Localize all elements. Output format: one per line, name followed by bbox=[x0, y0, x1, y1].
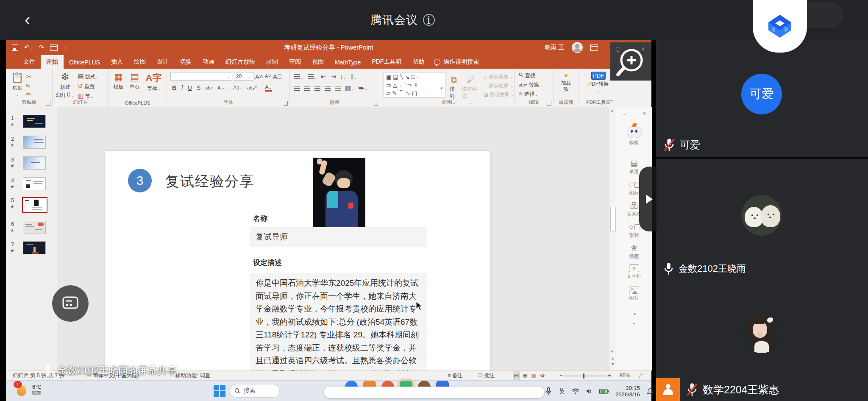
tab-record[interactable]: 录制 bbox=[261, 55, 284, 69]
slide-scrollbar[interactable]: ▴ ▾ ⯅ ⯆ bbox=[609, 107, 616, 370]
zoom-slider[interactable] bbox=[564, 376, 606, 376]
panel-item-picture[interactable]: 图片 bbox=[616, 287, 652, 301]
font-name-combo[interactable]: ⌄ bbox=[170, 72, 232, 81]
app-logo-tab[interactable] bbox=[753, 0, 807, 53]
shape-fill-button[interactable]: ◇形状填充⌄ bbox=[484, 74, 514, 80]
zoom-percent[interactable]: 85% bbox=[620, 371, 630, 381]
notes-button[interactable]: ≡ 备注 bbox=[448, 371, 463, 381]
ribbon-display-options-icon[interactable] bbox=[590, 45, 598, 51]
description-field[interactable]: 你是中国石油大学华东2025年应用统计的复试面试导师，你正在面一个学生，她来自济… bbox=[250, 273, 427, 370]
taskbar-search[interactable]: 搜索 bbox=[230, 384, 280, 398]
paste-button[interactable]: 📋 粘贴⌄ bbox=[11, 69, 24, 98]
template-button[interactable]: ▦ 模板 bbox=[114, 69, 124, 92]
fit-to-window-icon[interactable]: ⤢ bbox=[638, 371, 643, 381]
scroll-up-icon[interactable]: ▴ bbox=[611, 108, 613, 112]
replace-button[interactable]: ab⇄ 替换 ⌄ bbox=[519, 81, 553, 89]
format-painter-icon[interactable]: ✏ bbox=[26, 91, 32, 98]
speaker-icon[interactable] bbox=[586, 388, 593, 394]
name-field[interactable]: 复试导师 bbox=[250, 227, 427, 247]
decrease-indent-icon[interactable]: ⇤ bbox=[321, 73, 326, 81]
slideshow-view-icon[interactable]: ⯐ bbox=[539, 371, 546, 381]
addins-button[interactable]: ● 加载项 bbox=[554, 69, 579, 92]
slide-canvas[interactable]: 3 复试经验分享 名称 复试导师 设定描述 你 bbox=[105, 151, 490, 370]
qat-more-icon[interactable]: ⋮ bbox=[64, 45, 68, 50]
shape-outline-button[interactable]: ▱形状轮廓⌄ bbox=[484, 83, 514, 89]
tab-transitions[interactable]: 切换 bbox=[174, 55, 197, 69]
font-pack-button[interactable]: A字 字体⌄ bbox=[146, 69, 162, 92]
clock[interactable]: 20:15 2026/3/16 bbox=[615, 385, 640, 398]
shape-effects-button[interactable]: ◪形状效果⌄ bbox=[484, 92, 514, 98]
reading-view-icon[interactable]: ▥ bbox=[530, 371, 537, 381]
tab-pdf-tools[interactable]: PDF工具箱 bbox=[366, 55, 407, 69]
panel-close-icon[interactable]: ✕ bbox=[642, 110, 647, 117]
minimize-button[interactable]: – bbox=[606, 44, 609, 51]
slide-thumb-2[interactable] bbox=[23, 136, 46, 149]
comments-button[interactable]: 🗨 批注 bbox=[477, 371, 495, 381]
tab-slideshow[interactable]: 幻灯片放映 bbox=[220, 55, 261, 69]
slide-thumb-3[interactable] bbox=[23, 156, 46, 170]
tab-home[interactable]: 开始 bbox=[41, 55, 64, 69]
meeting-share-toolbar-pill[interactable] bbox=[324, 387, 544, 398]
single-page-button[interactable]: ▤ 单页 bbox=[130, 69, 140, 92]
copy-icon[interactable]: ⧉ bbox=[26, 83, 32, 89]
next-slide-icon[interactable]: ⯆ bbox=[611, 362, 614, 367]
slide-thumb-7[interactable] bbox=[23, 241, 46, 254]
tab-draw[interactable]: 绘图 bbox=[128, 55, 151, 69]
panel-scroll-down-icon[interactable]: ⌄ bbox=[616, 320, 652, 326]
tab-review[interactable]: 审阅 bbox=[284, 55, 306, 69]
cut-icon[interactable]: ✂ bbox=[26, 73, 32, 81]
align-left-icon[interactable] bbox=[294, 86, 300, 91]
redo-icon[interactable]: ↷ bbox=[39, 44, 44, 51]
accessibility-status[interactable]: 辅助功能: 调查 bbox=[175, 371, 210, 381]
wifi-icon[interactable] bbox=[572, 388, 579, 394]
normal-view-icon[interactable]: ▤ bbox=[513, 371, 520, 381]
account-avatar[interactable] bbox=[572, 42, 583, 53]
slide-sorter-icon[interactable]: ▦ bbox=[521, 371, 529, 381]
panel-item-chart[interactable]: ◔ bbox=[616, 309, 652, 320]
reset-button[interactable]: ↺ 重置 bbox=[78, 82, 99, 90]
distribute-icon[interactable] bbox=[335, 86, 341, 91]
tab-officeplus[interactable]: OfficePLUS bbox=[64, 56, 106, 69]
magnifier-zoom-icon[interactable] bbox=[614, 46, 647, 79]
participant-tile-keai[interactable]: 可爱 可爱 bbox=[656, 40, 868, 157]
sidebar-collapse-handle[interactable] bbox=[639, 167, 657, 231]
save-icon[interactable] bbox=[12, 45, 18, 51]
font-color-button[interactable]: A⌄ bbox=[265, 84, 272, 92]
zoom-out-icon[interactable]: − bbox=[559, 373, 562, 379]
start-button[interactable] bbox=[214, 385, 225, 397]
weather-widget[interactable]: 1 6°C 晴朗 bbox=[15, 383, 42, 397]
numbering-icon[interactable]: ⌄ bbox=[308, 73, 317, 81]
line-spacing-icon[interactable]: ↕⌄ bbox=[340, 73, 346, 81]
char-spacing-button[interactable]: A↔⌄ bbox=[217, 85, 228, 90]
underline-button[interactable]: U bbox=[188, 84, 192, 91]
panel-item-illustration[interactable]: ❀插画 bbox=[616, 243, 652, 260]
convert-smartart-icon[interactable]: ⮩⌄ bbox=[359, 84, 368, 92]
shapes-gallery[interactable]: ▣▤╲↘□○ ▭△⌟⌝⇨⇩ ▱✎⌒∿{} bbox=[384, 72, 438, 97]
find-button[interactable]: 查找 bbox=[519, 72, 553, 79]
increase-indent-icon[interactable]: ⇥ bbox=[331, 73, 336, 81]
grow-font-icon[interactable]: A˄ bbox=[255, 73, 263, 80]
justify-icon[interactable] bbox=[325, 86, 331, 91]
account-name[interactable]: 晓雨 王 bbox=[545, 44, 564, 51]
meeting-toolbar-button[interactable] bbox=[52, 285, 89, 322]
tell-me-search[interactable]: 操作说明搜索 bbox=[430, 55, 483, 69]
layout-button[interactable]: ▤ 版式⌄ bbox=[78, 72, 99, 81]
strikethrough-button[interactable]: S bbox=[197, 84, 200, 91]
new-slide-button[interactable]: ❇ 新建 幻灯片⌄ bbox=[56, 69, 75, 100]
ime-indicator[interactable]: 英 bbox=[559, 387, 565, 395]
notification-bell-icon[interactable] bbox=[647, 388, 654, 395]
bold-button[interactable]: B bbox=[172, 84, 176, 91]
paragraph-dialog-launcher[interactable] bbox=[374, 101, 378, 106]
tab-mathtype[interactable]: MathType bbox=[329, 56, 366, 69]
info-icon[interactable]: i bbox=[423, 14, 435, 26]
italic-button[interactable]: I bbox=[181, 84, 183, 91]
change-case-button[interactable]: Aa⌄ bbox=[233, 85, 242, 91]
tab-insert[interactable]: 插入 bbox=[106, 55, 128, 69]
tab-file[interactable]: 文件 bbox=[18, 55, 41, 69]
zoom-in-icon[interactable]: + bbox=[608, 373, 611, 379]
slide-thumb-6[interactable] bbox=[23, 221, 46, 234]
slideshow-icon[interactable] bbox=[50, 45, 58, 51]
highlight-button[interactable]: ab🖍⌄ bbox=[247, 85, 260, 90]
select-button[interactable]: ⇱ 选择⌄ bbox=[519, 91, 553, 98]
text-direction-icon[interactable]: ⫼⌄ bbox=[351, 73, 356, 81]
